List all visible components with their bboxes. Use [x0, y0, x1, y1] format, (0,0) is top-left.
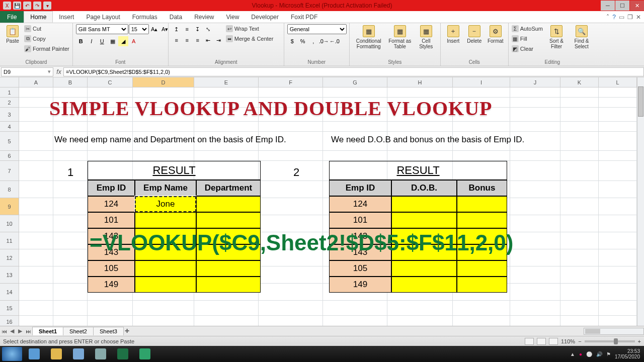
tab-data[interactable]: Data — [164, 11, 188, 23]
sort-filter-button[interactable]: ⇅Sort & Filter — [545, 24, 568, 49]
clear-button[interactable]: ◩Clear — [512, 44, 543, 53]
border-button[interactable]: ▦ — [108, 36, 118, 46]
number-format-select[interactable]: General — [287, 24, 347, 34]
row-header-6[interactable]: 6 — [0, 151, 19, 161]
start-button[interactable] — [2, 347, 22, 361]
taskbar-app-3[interactable] — [68, 347, 89, 361]
tab-review[interactable]: Review — [188, 11, 220, 23]
decrease-decimal-button[interactable]: ←.0 — [330, 36, 340, 46]
col-header-A[interactable]: A — [19, 77, 53, 87]
decrease-indent-button[interactable]: ⇤ — [203, 35, 213, 45]
name-box[interactable]: D9▾ — [1, 67, 53, 76]
orientation-button[interactable]: ⤡ — [203, 24, 213, 34]
row-header-5[interactable]: 5 — [0, 132, 19, 151]
sheet-nav-last[interactable]: ⏭ — [24, 328, 32, 334]
tab-home[interactable]: Home — [24, 11, 53, 23]
taskbar-app-2[interactable] — [46, 347, 66, 361]
align-top-button[interactable]: ↥ — [172, 24, 182, 34]
increase-decimal-button[interactable]: .0→ — [319, 36, 329, 46]
fill-button[interactable]: ▦Fill — [512, 34, 543, 43]
save-icon[interactable]: 💾 — [13, 2, 21, 10]
qat-more-icon[interactable]: ▾ — [43, 2, 51, 10]
format-cells-button[interactable]: ⚙Format — [486, 24, 505, 44]
delete-cells-button[interactable]: －Delete — [465, 24, 484, 44]
font-color-button[interactable]: A — [129, 36, 139, 46]
taskbar-app-1[interactable] — [24, 347, 44, 361]
format-table-button[interactable]: ▦Format as Table — [387, 24, 413, 49]
row-header-15[interactable]: 15 — [0, 301, 19, 316]
insert-cells-button[interactable]: ＋Insert — [444, 24, 463, 44]
increase-indent-button[interactable]: ⇥ — [214, 35, 224, 45]
row-header-3[interactable]: 3 — [0, 108, 19, 122]
taskbar-app-6[interactable] — [135, 347, 155, 361]
tab-insert[interactable]: Insert — [53, 11, 80, 23]
taskbar-excel[interactable] — [113, 347, 133, 361]
horizontal-scrollbar[interactable] — [584, 328, 644, 335]
row-header-11[interactable]: 11 — [0, 232, 19, 249]
align-middle-button[interactable]: ≡ — [182, 24, 192, 34]
close-button[interactable]: ✕ — [630, 1, 644, 11]
row-header-4[interactable]: 4 — [0, 122, 19, 132]
col-header-E[interactable]: E — [194, 77, 259, 87]
format-painter-button[interactable]: 🖌Format Painter — [24, 44, 69, 53]
percent-button[interactable]: % — [298, 36, 308, 46]
ribbon-options-icon[interactable]: ▭ — [619, 14, 624, 21]
row-header-16[interactable]: 16 — [0, 316, 19, 326]
sheet-nav-prev[interactable]: ◀ — [8, 328, 16, 334]
worksheet-grid[interactable]: ABCDEFGHIJKL 12345678910111213141516 SIM… — [0, 77, 644, 326]
zoom-in-button[interactable]: + — [638, 338, 641, 344]
currency-button[interactable]: $ — [287, 36, 297, 46]
cut-button[interactable]: ✂Cut — [24, 24, 69, 33]
tray-network-icon[interactable]: ⚪ — [586, 351, 592, 357]
col-header-D[interactable]: D — [133, 77, 194, 87]
col-header-C[interactable]: C — [88, 77, 133, 87]
tray-flag-icon[interactable]: ⚑ — [606, 351, 611, 357]
tab-foxit-pdf[interactable]: Foxit PDF — [285, 11, 324, 23]
redo-icon[interactable]: ↷ — [33, 2, 41, 10]
underline-button[interactable]: U — [97, 36, 107, 46]
sheet-nav-next[interactable]: ▶ — [16, 328, 24, 334]
taskbar-app-4[interactable] — [91, 347, 111, 361]
window-restore-icon[interactable]: ❐ — [627, 14, 633, 21]
file-tab[interactable]: File — [0, 11, 24, 23]
conditional-formatting-button[interactable]: ▦Conditional Formatting — [353, 24, 385, 49]
autosum-button[interactable]: ΣAutoSum — [512, 24, 543, 33]
select-all-corner[interactable] — [0, 77, 19, 87]
cell-styles-button[interactable]: ▦Cell Styles — [415, 24, 437, 49]
new-sheet-button[interactable]: ✚ — [123, 328, 131, 334]
row-header-14[interactable]: 14 — [0, 284, 19, 301]
row-header-13[interactable]: 13 — [0, 266, 19, 284]
zoom-knob[interactable] — [614, 338, 618, 344]
sheet-tab-1[interactable]: Sheet1 — [32, 327, 63, 335]
sheet-nav-first[interactable]: ⏮ — [0, 328, 8, 334]
font-size-select[interactable]: 15 — [129, 24, 149, 34]
window-close-icon[interactable]: ✕ — [636, 14, 641, 21]
zoom-out-button[interactable]: − — [578, 338, 581, 344]
maximize-button[interactable]: ☐ — [615, 1, 629, 11]
align-left-button[interactable]: ≡ — [172, 35, 182, 45]
view-normal-button[interactable] — [525, 338, 534, 345]
fill-color-button[interactable]: ◢ — [118, 36, 128, 46]
align-bottom-button[interactable]: ↧ — [193, 24, 203, 34]
minimize-ribbon-icon[interactable]: ˄ — [606, 14, 609, 21]
tray-volume-icon[interactable]: 🔊 — [596, 351, 602, 357]
tab-view[interactable]: View — [220, 11, 246, 23]
tray-icon-2[interactable]: ● — [579, 351, 582, 357]
row-header-1[interactable]: 1 — [0, 87, 19, 98]
row-header-2[interactable]: 2 — [0, 98, 19, 108]
help-icon[interactable]: ? — [612, 14, 616, 21]
tab-page-layout[interactable]: Page Layout — [80, 11, 126, 23]
col-header-F[interactable]: F — [259, 77, 323, 87]
row-header-8[interactable]: 8 — [0, 181, 19, 198]
zoom-slider[interactable] — [585, 340, 635, 342]
increase-font-button[interactable]: A▴ — [149, 24, 159, 34]
formula-input[interactable]: =VLOOKUP($C9,Sheet2!$D$5:$F$11,2,0) — [63, 67, 644, 76]
col-header-L[interactable]: L — [599, 77, 637, 87]
col-header-K[interactable]: K — [560, 77, 599, 87]
row-header-7[interactable]: 7 — [0, 161, 19, 181]
hscroll-thumb[interactable] — [585, 329, 600, 334]
col-header-B[interactable]: B — [53, 77, 88, 87]
row-header-10[interactable]: 10 — [0, 215, 19, 232]
sheet-tab-2[interactable]: Sheet2 — [63, 327, 94, 335]
copy-button[interactable]: ⧉Copy — [24, 34, 69, 43]
